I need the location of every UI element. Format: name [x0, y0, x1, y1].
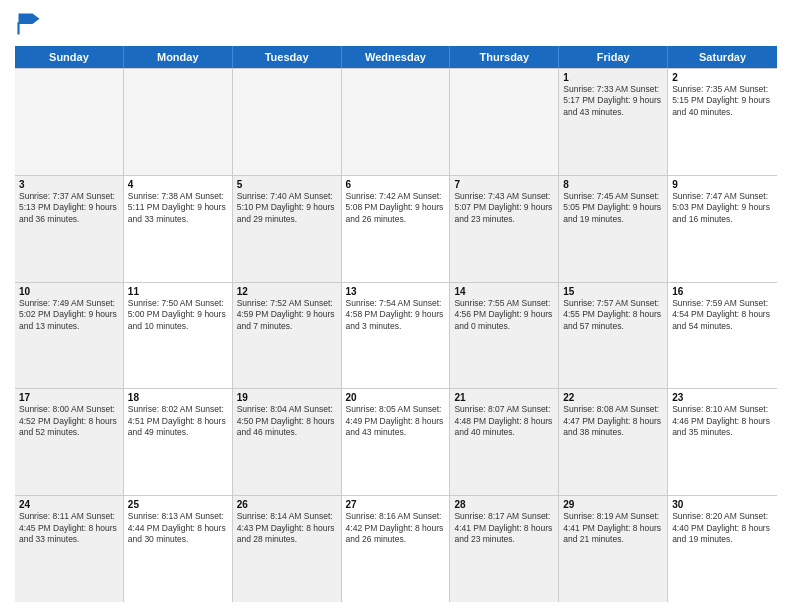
- calendar-cell-4: 4Sunrise: 7:38 AM Sunset: 5:11 PM Daylig…: [124, 176, 233, 282]
- calendar-cell-5: 5Sunrise: 7:40 AM Sunset: 5:10 PM Daylig…: [233, 176, 342, 282]
- calendar-cell-30: 30Sunrise: 8:20 AM Sunset: 4:40 PM Dayli…: [668, 496, 777, 602]
- day-info: Sunrise: 7:38 AM Sunset: 5:11 PM Dayligh…: [128, 191, 228, 225]
- calendar-cell-14: 14Sunrise: 7:55 AM Sunset: 4:56 PM Dayli…: [450, 283, 559, 389]
- day-info: Sunrise: 7:50 AM Sunset: 5:00 PM Dayligh…: [128, 298, 228, 332]
- calendar-row-4: 17Sunrise: 8:00 AM Sunset: 4:52 PM Dayli…: [15, 388, 777, 495]
- day-info: Sunrise: 7:40 AM Sunset: 5:10 PM Dayligh…: [237, 191, 337, 225]
- day-number: 11: [128, 286, 228, 297]
- day-info: Sunrise: 8:05 AM Sunset: 4:49 PM Dayligh…: [346, 404, 446, 438]
- day-number: 22: [563, 392, 663, 403]
- day-info: Sunrise: 7:47 AM Sunset: 5:03 PM Dayligh…: [672, 191, 773, 225]
- calendar-cell-empty-0-1: [124, 69, 233, 175]
- day-number: 21: [454, 392, 554, 403]
- header-cell-tuesday: Tuesday: [233, 46, 342, 68]
- calendar-row-2: 3Sunrise: 7:37 AM Sunset: 5:13 PM Daylig…: [15, 175, 777, 282]
- day-info: Sunrise: 8:00 AM Sunset: 4:52 PM Dayligh…: [19, 404, 119, 438]
- calendar-cell-empty-0-4: [450, 69, 559, 175]
- calendar-cell-24: 24Sunrise: 8:11 AM Sunset: 4:45 PM Dayli…: [15, 496, 124, 602]
- calendar-body: 1Sunrise: 7:33 AM Sunset: 5:17 PM Daylig…: [15, 68, 777, 602]
- day-number: 24: [19, 499, 119, 510]
- calendar-cell-20: 20Sunrise: 8:05 AM Sunset: 4:49 PM Dayli…: [342, 389, 451, 495]
- calendar-cell-8: 8Sunrise: 7:45 AM Sunset: 5:05 PM Daylig…: [559, 176, 668, 282]
- calendar-cell-19: 19Sunrise: 8:04 AM Sunset: 4:50 PM Dayli…: [233, 389, 342, 495]
- day-number: 13: [346, 286, 446, 297]
- day-number: 26: [237, 499, 337, 510]
- day-info: Sunrise: 7:55 AM Sunset: 4:56 PM Dayligh…: [454, 298, 554, 332]
- day-number: 8: [563, 179, 663, 190]
- calendar-cell-1: 1Sunrise: 7:33 AM Sunset: 5:17 PM Daylig…: [559, 69, 668, 175]
- calendar-cell-16: 16Sunrise: 7:59 AM Sunset: 4:54 PM Dayli…: [668, 283, 777, 389]
- day-info: Sunrise: 7:49 AM Sunset: 5:02 PM Dayligh…: [19, 298, 119, 332]
- day-info: Sunrise: 8:02 AM Sunset: 4:51 PM Dayligh…: [128, 404, 228, 438]
- header: [15, 10, 777, 38]
- calendar-cell-empty-0-2: [233, 69, 342, 175]
- calendar-header: SundayMondayTuesdayWednesdayThursdayFrid…: [15, 46, 777, 68]
- calendar-cell-10: 10Sunrise: 7:49 AM Sunset: 5:02 PM Dayli…: [15, 283, 124, 389]
- day-info: Sunrise: 8:07 AM Sunset: 4:48 PM Dayligh…: [454, 404, 554, 438]
- day-info: Sunrise: 7:45 AM Sunset: 5:05 PM Dayligh…: [563, 191, 663, 225]
- day-info: Sunrise: 7:35 AM Sunset: 5:15 PM Dayligh…: [672, 84, 773, 118]
- calendar-row-5: 24Sunrise: 8:11 AM Sunset: 4:45 PM Dayli…: [15, 495, 777, 602]
- day-number: 1: [563, 72, 663, 83]
- day-number: 15: [563, 286, 663, 297]
- day-number: 17: [19, 392, 119, 403]
- header-cell-friday: Friday: [559, 46, 668, 68]
- day-info: Sunrise: 7:33 AM Sunset: 5:17 PM Dayligh…: [563, 84, 663, 118]
- day-info: Sunrise: 8:11 AM Sunset: 4:45 PM Dayligh…: [19, 511, 119, 545]
- header-cell-wednesday: Wednesday: [342, 46, 451, 68]
- day-number: 16: [672, 286, 773, 297]
- calendar-cell-27: 27Sunrise: 8:16 AM Sunset: 4:42 PM Dayli…: [342, 496, 451, 602]
- day-number: 14: [454, 286, 554, 297]
- calendar-cell-7: 7Sunrise: 7:43 AM Sunset: 5:07 PM Daylig…: [450, 176, 559, 282]
- day-number: 10: [19, 286, 119, 297]
- header-cell-sunday: Sunday: [15, 46, 124, 68]
- calendar-cell-9: 9Sunrise: 7:47 AM Sunset: 5:03 PM Daylig…: [668, 176, 777, 282]
- header-cell-monday: Monday: [124, 46, 233, 68]
- calendar-cell-empty-0-3: [342, 69, 451, 175]
- day-info: Sunrise: 8:20 AM Sunset: 4:40 PM Dayligh…: [672, 511, 773, 545]
- day-info: Sunrise: 7:42 AM Sunset: 5:08 PM Dayligh…: [346, 191, 446, 225]
- day-number: 25: [128, 499, 228, 510]
- day-info: Sunrise: 7:52 AM Sunset: 4:59 PM Dayligh…: [237, 298, 337, 332]
- calendar-cell-12: 12Sunrise: 7:52 AM Sunset: 4:59 PM Dayli…: [233, 283, 342, 389]
- day-info: Sunrise: 8:19 AM Sunset: 4:41 PM Dayligh…: [563, 511, 663, 545]
- day-number: 23: [672, 392, 773, 403]
- calendar-row-1: 1Sunrise: 7:33 AM Sunset: 5:17 PM Daylig…: [15, 68, 777, 175]
- day-number: 3: [19, 179, 119, 190]
- day-info: Sunrise: 7:43 AM Sunset: 5:07 PM Dayligh…: [454, 191, 554, 225]
- day-info: Sunrise: 7:54 AM Sunset: 4:58 PM Dayligh…: [346, 298, 446, 332]
- day-info: Sunrise: 8:14 AM Sunset: 4:43 PM Dayligh…: [237, 511, 337, 545]
- day-number: 12: [237, 286, 337, 297]
- calendar-cell-2: 2Sunrise: 7:35 AM Sunset: 5:15 PM Daylig…: [668, 69, 777, 175]
- day-info: Sunrise: 7:59 AM Sunset: 4:54 PM Dayligh…: [672, 298, 773, 332]
- day-number: 29: [563, 499, 663, 510]
- calendar: SundayMondayTuesdayWednesdayThursdayFrid…: [15, 46, 777, 602]
- calendar-cell-empty-0-0: [15, 69, 124, 175]
- logo-icon: [15, 10, 43, 38]
- day-info: Sunrise: 8:16 AM Sunset: 4:42 PM Dayligh…: [346, 511, 446, 545]
- calendar-cell-28: 28Sunrise: 8:17 AM Sunset: 4:41 PM Dayli…: [450, 496, 559, 602]
- day-number: 18: [128, 392, 228, 403]
- calendar-cell-11: 11Sunrise: 7:50 AM Sunset: 5:00 PM Dayli…: [124, 283, 233, 389]
- day-number: 28: [454, 499, 554, 510]
- calendar-cell-13: 13Sunrise: 7:54 AM Sunset: 4:58 PM Dayli…: [342, 283, 451, 389]
- day-info: Sunrise: 8:04 AM Sunset: 4:50 PM Dayligh…: [237, 404, 337, 438]
- day-info: Sunrise: 7:57 AM Sunset: 4:55 PM Dayligh…: [563, 298, 663, 332]
- calendar-cell-23: 23Sunrise: 8:10 AM Sunset: 4:46 PM Dayli…: [668, 389, 777, 495]
- page: SundayMondayTuesdayWednesdayThursdayFrid…: [0, 0, 792, 612]
- header-cell-saturday: Saturday: [668, 46, 777, 68]
- logo: [15, 10, 47, 38]
- calendar-cell-29: 29Sunrise: 8:19 AM Sunset: 4:41 PM Dayli…: [559, 496, 668, 602]
- calendar-cell-18: 18Sunrise: 8:02 AM Sunset: 4:51 PM Dayli…: [124, 389, 233, 495]
- day-number: 7: [454, 179, 554, 190]
- day-number: 19: [237, 392, 337, 403]
- day-number: 30: [672, 499, 773, 510]
- day-info: Sunrise: 8:13 AM Sunset: 4:44 PM Dayligh…: [128, 511, 228, 545]
- calendar-cell-22: 22Sunrise: 8:08 AM Sunset: 4:47 PM Dayli…: [559, 389, 668, 495]
- calendar-cell-17: 17Sunrise: 8:00 AM Sunset: 4:52 PM Dayli…: [15, 389, 124, 495]
- calendar-cell-21: 21Sunrise: 8:07 AM Sunset: 4:48 PM Dayli…: [450, 389, 559, 495]
- day-info: Sunrise: 7:37 AM Sunset: 5:13 PM Dayligh…: [19, 191, 119, 225]
- calendar-cell-3: 3Sunrise: 7:37 AM Sunset: 5:13 PM Daylig…: [15, 176, 124, 282]
- day-number: 5: [237, 179, 337, 190]
- calendar-cell-26: 26Sunrise: 8:14 AM Sunset: 4:43 PM Dayli…: [233, 496, 342, 602]
